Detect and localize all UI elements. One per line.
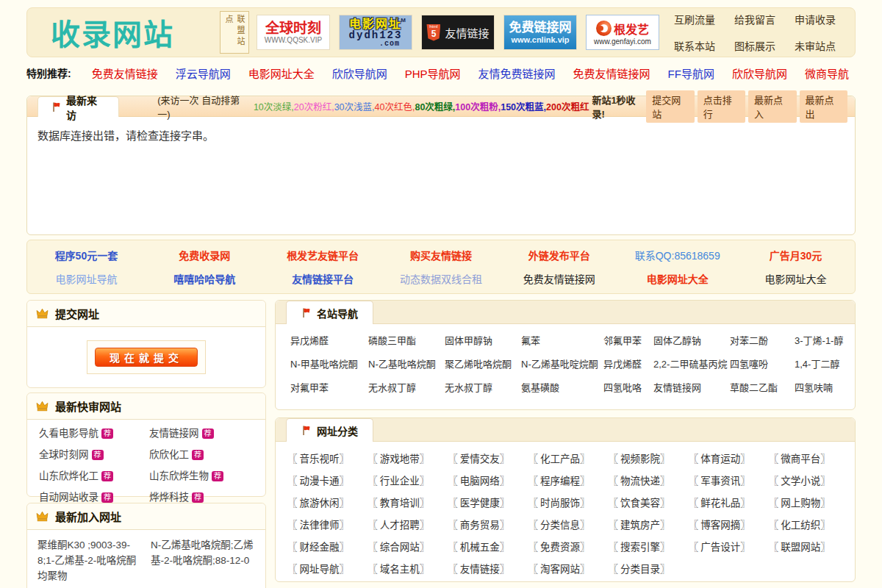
banner-html5-links[interactable]: html5 友情链接 [421,15,495,50]
category-link[interactable]: 〖淘客网站〗 [528,562,589,577]
promo-link[interactable]: 程序50元一套 [55,248,118,262]
submit-now-button[interactable]: 现在就提交 [95,348,198,367]
category-link[interactable]: 〖鲜花礼品〗 [689,496,750,511]
newest-site-link[interactable]: 聚维酮K30 ;9003-39-8;1-乙烯基-2-吡咯烷酮均聚物 [37,537,143,584]
famous-nav-link[interactable]: 对苯二酚 [730,334,795,348]
category-link[interactable]: 〖爱情交友〗 [448,452,509,467]
famous-nav-link[interactable]: 3-丁烯-1-醇 [795,334,852,348]
tab-categories[interactable]: 网址分类 [286,418,373,442]
promo-link[interactable]: 电影网址大全 [647,271,709,286]
category-link[interactable]: 〖法律律师〗 [287,518,349,533]
category-link[interactable]: 〖文学小说〗 [769,474,831,489]
category-link[interactable]: 〖商务贸易〗 [448,518,509,533]
category-link[interactable]: 〖旅游休闲〗 [287,496,349,511]
famous-nav-link[interactable]: 氨基磺酸 [521,381,603,395]
promo-link[interactable]: 嘻嘻哈哈导航 [173,271,235,286]
category-link[interactable]: 〖化工纺织〗 [769,518,831,533]
category-link[interactable]: 〖财经金融〗 [287,540,349,555]
famous-nav-link[interactable]: 聚乙烯吡咯烷酮 [445,357,521,372]
category-link[interactable]: 〖微商平台〗 [769,452,831,467]
category-link[interactable]: 〖动漫卡通〗 [287,474,349,489]
category-link[interactable]: 〖域名主机〗 [368,562,429,577]
promo-link[interactable]: 电影网址大全 [765,271,827,286]
category-link[interactable]: 〖分类信息〗 [528,518,589,533]
site-link[interactable]: 欣欣化工 [149,448,189,462]
famous-nav-link[interactable]: 友情链接网 [653,381,730,395]
site-logo[interactable]: 收录网站 [51,11,220,54]
famous-nav-link[interactable]: 四氢噻吩 [730,357,795,372]
famous-nav-link[interactable]: 对氟甲苯 [290,381,368,395]
category-link[interactable]: 〖程序编程〗 [528,474,589,489]
recommend-link[interactable]: 免费友情链接网 [573,65,650,81]
banner-cnlink[interactable]: 免费链接网 www.cnlink.vip [503,15,577,50]
visitor-bar-button[interactable]: 提交网站 [646,90,694,123]
category-link[interactable]: 〖化工产品〗 [528,452,589,467]
tab-latest-visitors[interactable]: 最新来访 [37,96,119,117]
recommend-link[interactable]: 欣欣导航网 [332,65,387,81]
category-link[interactable]: 〖饮食美容〗 [609,496,670,511]
promo-link[interactable]: 购买友情链接 [410,248,472,262]
promo-link[interactable]: 广告月30元 [770,248,822,262]
banner-dydh123[interactable]: TM 电影网址 dydh123 .com [339,15,412,50]
top-nav-link[interactable]: 互刷流量 [674,12,715,26]
famous-nav-link[interactable]: 邻氟甲苯 [603,334,653,348]
famous-nav-link[interactable]: 1,4-丁二醇 [795,357,852,372]
category-link[interactable]: 〖搜索引擎〗 [609,540,670,555]
category-link[interactable]: 〖音乐视听〗 [287,452,349,467]
recommend-link[interactable]: 电影网址大全 [248,65,315,81]
category-link[interactable]: 〖免费资源〗 [528,540,589,555]
promo-link[interactable]: 动态数据双线合租 [400,271,482,286]
recommend-link[interactable]: PHP导航网 [405,65,461,81]
site-link[interactable]: 久看电影导航 [39,426,98,441]
recommend-link[interactable]: 浮云导航网 [176,65,231,81]
famous-nav-link[interactable]: 异戊烯醛 [290,334,368,348]
recommend-link[interactable]: FF导航网 [668,65,714,81]
famous-nav-link[interactable]: N-乙烯基吡啶烷酮 [521,357,603,372]
top-nav-link[interactable]: 申请收录 [795,12,836,26]
recommend-link[interactable]: 免费友情链接 [92,65,158,81]
famous-nav-link[interactable]: 草酸二乙酯 [730,381,795,395]
category-link[interactable]: 〖分类目录〗 [609,562,670,577]
famous-nav-link[interactable]: 氟苯 [521,334,603,348]
visitor-bar-button[interactable]: 最新点出 [800,90,847,123]
promo-link[interactable]: 电影网址导航 [55,271,117,286]
top-nav-link[interactable]: 图标展示 [734,38,775,53]
category-link[interactable]: 〖医学健康〗 [448,496,509,511]
site-link[interactable]: 山东欣烨生物 [149,469,209,484]
promo-link[interactable]: 友情链接平台 [292,271,354,286]
famous-nav-link[interactable]: 四氢呋喃 [795,381,852,395]
category-link[interactable]: 〖电脑网络〗 [448,474,509,489]
category-link[interactable]: 〖时尚服饰〗 [528,496,589,511]
category-link[interactable]: 〖友情链接〗 [448,562,509,577]
top-nav-link[interactable]: 联系本站 [674,38,715,53]
category-link[interactable]: 〖广告设计〗 [689,540,750,555]
famous-nav-link[interactable]: N-甲基吡咯烷酮 [290,357,368,372]
famous-nav-link[interactable]: N-乙基吡咯烷酮 [368,357,445,372]
promo-link[interactable]: 外链发布平台 [528,248,590,262]
famous-nav-link[interactable]: 固体乙醇钠 [653,334,730,348]
recommend-link[interactable]: 欣欣导航网 [732,65,787,81]
banner-genfayi[interactable]: 根发艺 www.genfayi.com [586,15,659,50]
top-nav-link[interactable]: 未审站点 [795,38,836,53]
category-link[interactable]: 〖机械五金〗 [448,540,509,555]
category-link[interactable]: 〖网上购物〗 [769,496,831,511]
famous-nav-link[interactable]: 无水叔丁醇 [445,381,521,395]
top-nav-link[interactable]: 给我留言 [734,12,775,26]
category-link[interactable]: 〖人才招聘〗 [368,518,429,533]
famous-nav-link[interactable]: 无水叔丁醇 [368,381,445,395]
banner-qqsk[interactable]: 全球时刻 WWW.QQSK.VIP [257,15,330,50]
category-link[interactable]: 〖综合网站〗 [368,540,429,555]
site-link[interactable]: 友情链接网 [149,426,199,441]
promo-link[interactable]: 联系QQ:85618659 [635,248,720,262]
newest-site-link[interactable]: N-乙烯基吡咯烷酮;乙烯基-2-吡咯烷酮;88-12-0 [151,537,257,584]
famous-nav-link[interactable]: 2,2-二甲硫基丙烷 [653,357,730,372]
visitor-bar-button[interactable]: 最新点入 [748,90,796,123]
promo-link[interactable]: 根发艺友链平台 [287,248,359,262]
site-link[interactable]: 全球时刻网 [39,448,89,462]
famous-nav-link[interactable]: 磷酸三甲酯 [368,334,445,348]
category-link[interactable]: 〖体育运动〗 [689,452,750,467]
famous-nav-link[interactable]: 异戊烯醛 [603,357,653,372]
category-link[interactable]: 〖军事资讯〗 [689,474,750,489]
promo-link[interactable]: 免费收录网 [179,248,230,262]
promo-link[interactable]: 免费友情链接网 [523,271,595,286]
